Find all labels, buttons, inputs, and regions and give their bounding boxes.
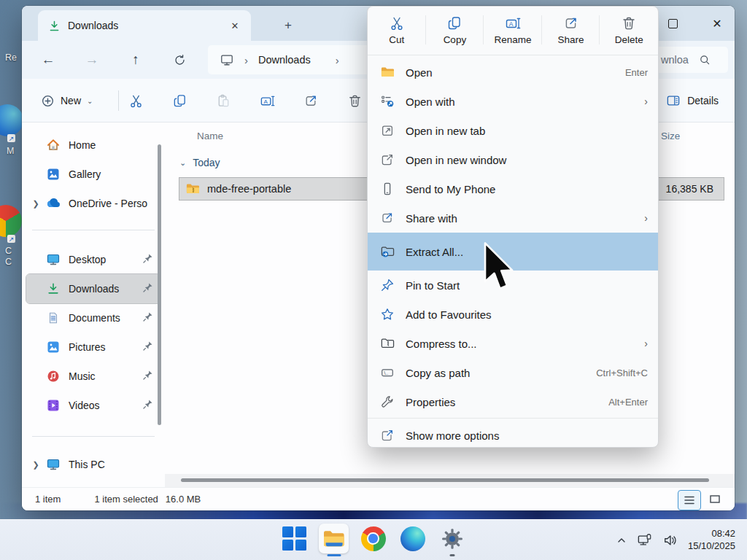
sidebar-item-desktop[interactable]: Desktop: [26, 245, 160, 274]
share-with-icon: [379, 210, 395, 226]
taskbar-settings-button[interactable]: [437, 524, 467, 553]
desktop-icon-label-c1[interactable]: C: [5, 246, 12, 256]
desktop-icon-label-m[interactable]: M: [7, 146, 14, 156]
menu-item-open[interactable]: Open Enter: [368, 58, 658, 87]
sidebar-item-gallery[interactable]: Gallery: [26, 160, 160, 189]
sidebar-item-music[interactable]: Music: [26, 362, 160, 391]
forward-button[interactable]: →: [79, 47, 105, 73]
taskbar-file-explorer-button[interactable]: [319, 524, 349, 553]
sidebar-item-this-pc[interactable]: ❯ This PC: [26, 450, 160, 479]
copy-icon: [172, 93, 187, 109]
copy-toolbar-button[interactable]: [165, 88, 194, 114]
pin-icon: [143, 399, 155, 412]
volume-icon[interactable]: [662, 533, 678, 548]
sidebar-item-downloads[interactable]: Downloads: [26, 274, 160, 303]
taskbar-clock[interactable]: 08:42 15/10/2025: [688, 528, 735, 553]
rename-toolbar-button[interactable]: A: [252, 88, 282, 114]
cut-icon: [128, 93, 144, 109]
menu-item-compress-to[interactable]: Compress to... ›: [368, 329, 658, 358]
chevron-down-icon: ⌄: [87, 97, 93, 105]
menu-separator: [368, 418, 658, 419]
desktop-shortcut-icon-chrome[interactable]: [0, 205, 22, 237]
details-view-icon: [684, 495, 695, 505]
menu-item-share-with[interactable]: Share with ›: [368, 203, 658, 233]
desktop-icon-label-c2[interactable]: C: [5, 257, 12, 267]
clock-date: 15/10/2025: [688, 540, 735, 553]
network-ethernet-icon[interactable]: [637, 533, 653, 548]
show-more-options-icon: [379, 427, 395, 443]
home-icon: [45, 137, 61, 153]
column-header-name[interactable]: Name: [197, 131, 223, 141]
maximize-icon: [668, 19, 678, 28]
sidebar-item-pictures[interactable]: Pictures: [26, 332, 160, 362]
desktop-icon-label-recycle[interactable]: Re: [5, 52, 17, 63]
menu-item-add-to-favourites[interactable]: Add to Favourites: [368, 300, 658, 329]
delete-toolbar-button[interactable]: [340, 88, 369, 114]
cut-toolbar-button[interactable]: [121, 88, 150, 114]
details-pane-button[interactable]: Details: [657, 88, 727, 114]
menu-item-copy-as-path[interactable]: \.. Copy as path Ctrl+Shift+C: [368, 358, 658, 387]
cut-quick-action[interactable]: Cut: [368, 7, 426, 53]
back-button[interactable]: ←: [35, 47, 61, 73]
share-toolbar-button[interactable]: [296, 88, 325, 114]
sidebar-scrollbar[interactable]: [158, 144, 161, 425]
copy-quick-action[interactable]: Copy: [426, 7, 484, 53]
chrome-icon: [361, 526, 386, 551]
thumbnail-view-toggle[interactable]: [704, 490, 726, 509]
taskbar-edge-button[interactable]: [398, 524, 427, 553]
maximize-button[interactable]: [657, 10, 689, 36]
sidebar-item-documents[interactable]: Documents: [26, 303, 160, 332]
menu-item-show-more-options[interactable]: Show more options: [368, 421, 658, 448]
paste-toolbar-button[interactable]: [209, 88, 238, 114]
rename-quick-action[interactable]: A Rename: [484, 7, 542, 53]
refresh-button[interactable]: [166, 47, 193, 73]
desktop-shortcut-icon-blue[interactable]: [0, 104, 23, 136]
expand-chevron-icon[interactable]: ❯: [26, 199, 45, 209]
menu-item-properties[interactable]: Properties Alt+Enter: [368, 387, 658, 416]
documents-icon: [45, 310, 61, 326]
expand-chevron-icon[interactable]: ❯: [26, 460, 45, 470]
tab-downloads[interactable]: Downloads ✕: [38, 10, 251, 41]
search-icon: [699, 54, 711, 66]
this-pc-icon: [45, 456, 61, 472]
downloads-icon: [45, 281, 61, 297]
sidebar-item-home[interactable]: Home: [26, 131, 160, 160]
group-collapse-chevron-icon[interactable]: ⌄: [179, 158, 186, 168]
delete-icon: [347, 93, 363, 109]
shortcut-text: Enter: [625, 67, 648, 78]
menu-item-open-in-new-tab[interactable]: Open in new tab: [368, 116, 658, 145]
menu-item-send-to-my-phone[interactable]: Send to My Phone: [368, 174, 658, 203]
menu-item-open-with[interactable]: Open with ›: [368, 87, 658, 116]
horizontal-scrollbar-thumb[interactable]: [181, 478, 709, 482]
wrench-icon: [379, 394, 395, 410]
new-tab-button[interactable]: +: [279, 16, 298, 35]
breadcrumb-chevron-icon[interactable]: ›: [336, 54, 339, 66]
sidebar-item-videos[interactable]: Videos: [26, 391, 160, 420]
up-button[interactable]: ↑: [123, 47, 149, 73]
tab-close-icon[interactable]: ✕: [226, 17, 244, 34]
open-app-indicator: [449, 554, 454, 557]
quick-actions-row: Cut Copy A Rename Share: [368, 7, 658, 53]
breadcrumb-location[interactable]: Downloads: [258, 54, 311, 66]
share-quick-action[interactable]: Share: [542, 7, 600, 53]
details-view-toggle[interactable]: [678, 490, 701, 510]
hidden-icons-chevron-icon[interactable]: [616, 534, 627, 546]
menu-item-open-in-new-window[interactable]: Open in new window: [368, 145, 658, 174]
taskbar-chrome-button[interactable]: [358, 524, 388, 553]
start-button[interactable]: [279, 524, 309, 553]
close-button[interactable]: ✕: [701, 10, 733, 36]
new-button-label: New: [61, 95, 81, 106]
tab-title: Downloads: [68, 20, 226, 31]
pin-icon: [143, 253, 155, 266]
details-button-label: Details: [687, 95, 719, 106]
new-button[interactable]: New ⌄: [34, 88, 100, 114]
column-header-size[interactable]: Size: [661, 131, 680, 141]
horizontal-scrollbar-track[interactable]: [165, 474, 735, 487]
sidebar-separator: [32, 230, 155, 230]
this-pc-monitor-icon: [220, 53, 234, 66]
sidebar-item-onedrive[interactable]: ❯ OneDrive - Perso: [26, 189, 160, 218]
compress-icon: [379, 335, 395, 351]
group-header-today[interactable]: ⌄ Today: [179, 150, 220, 175]
delete-icon: [621, 15, 637, 31]
delete-quick-action[interactable]: Delete: [600, 7, 658, 53]
